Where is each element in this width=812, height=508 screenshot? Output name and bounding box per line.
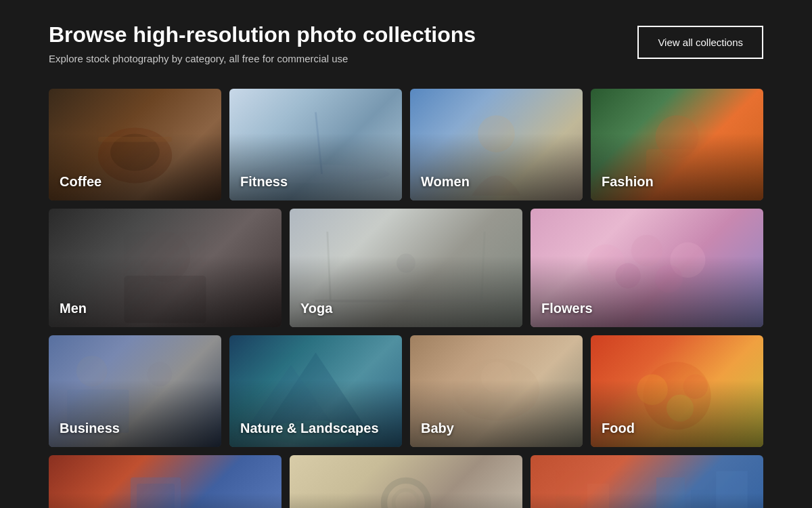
page-title: Browse high-resolution photo collections [49, 22, 476, 47]
card-background-city [531, 455, 763, 508]
svg-line-4 [316, 112, 322, 174]
card-label-coffee: Coffee [60, 174, 102, 190]
card-label-fitness: Fitness [240, 174, 288, 190]
collection-card-city[interactable]: City [531, 455, 763, 508]
grid-row-3: Business Nature & Landscapes [49, 335, 763, 447]
svg-point-34 [393, 490, 418, 508]
svg-point-28 [637, 375, 668, 406]
collection-card-flowers[interactable]: Flowers [531, 209, 763, 327]
svg-point-26 [481, 362, 512, 394]
grid-row-1: Coffee Fitness Women [49, 89, 763, 200]
svg-rect-32 [137, 484, 175, 508]
view-all-button[interactable]: View all collections [637, 26, 763, 59]
svg-rect-36 [587, 484, 610, 508]
svg-rect-38 [691, 490, 710, 508]
collection-card-fitness[interactable]: Fitness [229, 89, 402, 200]
svg-point-21 [148, 362, 172, 387]
collection-card-food[interactable]: Food [591, 335, 763, 447]
header-text: Browse high-resolution photo collections… [49, 22, 476, 64]
svg-line-11 [328, 232, 331, 301]
svg-rect-7 [646, 150, 708, 187]
card-label-flowers: Flowers [541, 301, 593, 316]
card-label-yoga: Yoga [300, 301, 332, 316]
svg-point-5 [478, 116, 515, 153]
card-background-jewelry [290, 455, 522, 508]
collection-card-yoga[interactable]: Yoga [290, 209, 522, 327]
svg-point-8 [140, 232, 190, 282]
collection-card-men[interactable]: Men [49, 209, 281, 327]
card-label-nature: Nature & Landscapes [240, 421, 379, 436]
svg-rect-39 [716, 471, 747, 508]
svg-point-18 [655, 266, 683, 293]
collection-card-products[interactable]: Products [49, 455, 281, 508]
collection-card-jewelry[interactable]: Jewelry [290, 455, 522, 508]
collections-grid: Coffee Fitness Women [0, 78, 812, 508]
svg-point-20 [76, 356, 108, 387]
page-header: Browse high-resolution photo collections… [0, 0, 812, 78]
collection-card-coffee[interactable]: Coffee [49, 89, 221, 200]
grid-row-2: Men Yoga [49, 209, 763, 327]
svg-rect-2 [98, 137, 172, 142]
card-label-men: Men [60, 301, 87, 316]
svg-rect-35 [556, 496, 581, 508]
svg-point-15 [631, 235, 662, 266]
page-subtitle: Explore stock photography by category, a… [49, 53, 476, 64]
collection-card-business[interactable]: Business [49, 335, 221, 447]
card-background-products [49, 455, 281, 508]
page-wrapper: Browse high-resolution photo collections… [0, 0, 812, 508]
svg-point-29 [683, 375, 708, 399]
card-label-business: Business [60, 421, 120, 436]
svg-rect-9 [125, 276, 206, 324]
collection-card-fashion[interactable]: Fashion [591, 89, 763, 200]
svg-point-30 [667, 395, 694, 422]
svg-line-12 [482, 232, 485, 301]
card-label-food: Food [602, 421, 635, 436]
collection-card-women[interactable]: Women [410, 89, 583, 200]
svg-point-17 [616, 263, 641, 289]
card-label-women: Women [421, 174, 470, 190]
svg-point-13 [397, 254, 415, 273]
collection-card-nature[interactable]: Nature & Landscapes [229, 335, 402, 447]
svg-rect-37 [656, 478, 685, 508]
svg-point-33 [384, 481, 428, 508]
collection-card-baby[interactable]: Baby [410, 335, 583, 447]
card-label-baby: Baby [421, 421, 454, 436]
grid-row-4: Products Jewelry [49, 455, 763, 508]
card-label-fashion: Fashion [602, 174, 654, 190]
